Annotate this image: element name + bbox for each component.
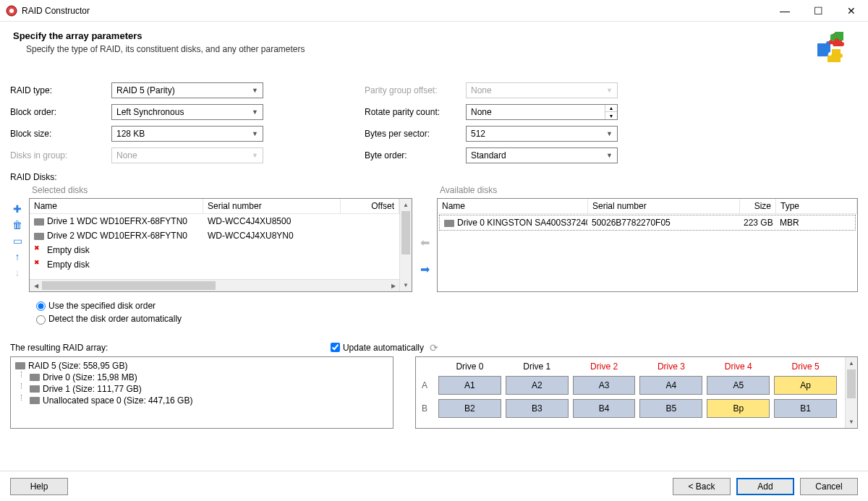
col-size[interactable]: Size [740, 199, 776, 213]
row-label: B [422, 399, 436, 418]
drive-icon [30, 397, 40, 404]
cancel-button[interactable]: Cancel [800, 478, 858, 495]
block-size-select[interactable]: 128 KB▼ [111, 126, 263, 142]
table-row[interactable]: Drive 2 WDC WD10EFRX-68FYTN0WD-WCC4J4XU8… [30, 228, 399, 243]
select-all-icon[interactable]: ▭ [11, 234, 24, 247]
chevron-down-icon: ▼ [606, 152, 613, 159]
row-label: A [422, 376, 436, 395]
svg-point-1 [9, 9, 14, 13]
block-cell: A4 [639, 376, 702, 395]
col-name[interactable]: Name [30, 199, 203, 213]
rotate-parity-spinner[interactable]: None▲▼ [466, 104, 618, 120]
block-cell: B2 [438, 399, 501, 418]
window-title: RAID Constructor [22, 6, 768, 16]
block-cell: A5 [707, 376, 770, 395]
available-disks-table[interactable]: Name Serial number Size Type Drive 0 KIN… [437, 198, 858, 292]
chevron-down-icon: ▼ [252, 108, 258, 116]
col-offset[interactable]: Offset [341, 199, 399, 213]
col-type[interactable]: Type [776, 199, 857, 213]
chevron-down-icon: ▼ [606, 87, 613, 94]
raid-type-label: RAID type: [10, 85, 111, 95]
disks-in-group-select: None▼ [111, 147, 263, 163]
chevron-down-icon: ▼ [252, 87, 258, 94]
byte-order-select[interactable]: Standard▼ [466, 147, 618, 163]
selected-disks-table[interactable]: Name Serial number Offset Drive 1 WDC WD… [29, 198, 412, 292]
add-disk-icon[interactable]: ✚ [11, 202, 24, 215]
drive-icon [30, 385, 40, 393]
byte-order-label: Byte order: [365, 150, 466, 160]
parity-offset-label: Parity group offset: [365, 85, 466, 95]
col-name[interactable]: Name [438, 199, 588, 213]
parity-offset-select: None▼ [466, 82, 618, 98]
chevron-down-icon: ▼ [252, 152, 258, 159]
maximize-button[interactable]: ☐ [801, 0, 835, 22]
radio-specified-order[interactable]: Use the specified disk order [36, 299, 858, 312]
table-row[interactable]: Empty disk [30, 257, 399, 272]
col-serial[interactable]: Serial number [588, 199, 740, 213]
result-label: The resulting RAID array: [10, 343, 108, 353]
block-cell: B1 [774, 399, 837, 418]
raid-type-select[interactable]: RAID 5 (Parity)▼ [111, 82, 263, 98]
update-auto-checkbox[interactable]: Update automatically⟳ [331, 342, 438, 354]
block-layout-grid: Drive 0 Drive 1 Drive 2 Drive 3 Drive 4 … [415, 356, 858, 429]
selected-disks-label: Selected disks [29, 184, 412, 198]
disks-in-group-label: Disks in group: [10, 150, 111, 160]
block-order-label: Block order: [10, 107, 111, 117]
block-size-label: Block size: [10, 129, 111, 139]
spin-down-icon[interactable]: ▼ [605, 112, 617, 119]
grid-head: Drive 2 [571, 361, 638, 372]
back-button[interactable]: < Back [673, 478, 731, 495]
raid-disks-label: RAID Disks: [0, 169, 868, 182]
block-cell: B5 [639, 399, 702, 418]
minimize-button[interactable]: — [768, 0, 801, 22]
block-cell: A3 [573, 376, 636, 395]
tree-node[interactable]: Unallocated space 0 (Size: 447,16 GB) [15, 395, 388, 406]
chevron-down-icon: ▼ [606, 130, 613, 137]
h-scrollbar[interactable]: ◀▶ [30, 279, 399, 291]
drive-icon [15, 362, 25, 369]
move-left-icon: ⬅ [420, 236, 430, 249]
block-cell: A1 [438, 376, 501, 395]
block-cell: A2 [506, 376, 569, 395]
bytes-sector-label: Bytes per sector: [365, 129, 466, 139]
bytes-sector-select[interactable]: 512▼ [466, 126, 618, 142]
side-toolbar: ✚ 🗑 ▭ ↑ ↓ [10, 184, 25, 292]
drive-icon [34, 218, 44, 226]
block-cell: B4 [573, 399, 636, 418]
result-tree[interactable]: RAID 5 (Size: 558,95 GB) Drive 0 (Size: … [10, 356, 393, 429]
grid-head: Drive 1 [503, 361, 571, 372]
drive-icon [34, 233, 44, 240]
table-row[interactable]: Empty disk [30, 243, 399, 257]
block-cell: B3 [506, 399, 569, 418]
table-row[interactable]: Drive 0 KINGSTON SA400S37240G50026B77822… [439, 215, 856, 231]
block-cell-parity: Bp [707, 399, 770, 418]
empty-icon [34, 260, 44, 267]
spin-up-icon[interactable]: ▲ [605, 105, 617, 112]
help-button[interactable]: Help [10, 478, 68, 495]
move-up-icon[interactable]: ↑ [11, 250, 24, 263]
delete-disk-icon[interactable]: 🗑 [11, 218, 24, 231]
v-scrollbar[interactable]: ▲▼ [399, 199, 412, 291]
v-scrollbar[interactable]: ▲▼ [845, 357, 857, 428]
block-cell-parity: Ap [774, 376, 837, 395]
add-button[interactable]: Add [736, 478, 794, 495]
refresh-icon[interactable]: ⟳ [430, 342, 438, 354]
move-right-icon[interactable]: ➡ [420, 262, 430, 276]
rotate-parity-label: Rotate parity count: [365, 107, 466, 117]
close-button[interactable]: ✕ [835, 0, 868, 22]
page-header: Specify the array parameters Specify the… [0, 22, 868, 71]
empty-icon [34, 246, 44, 253]
col-serial[interactable]: Serial number [203, 199, 341, 213]
table-row[interactable]: Drive 1 WDC WD10EFRX-68FYTN0WD-WCC4J4XU8… [30, 214, 399, 228]
tree-root[interactable]: RAID 5 (Size: 558,95 GB) [15, 360, 388, 372]
app-icon [6, 5, 17, 17]
tree-node[interactable]: Drive 1 (Size: 111,77 GB) [15, 383, 388, 395]
grid-head: Drive 5 [772, 361, 839, 372]
tree-node[interactable]: Drive 0 (Size: 15,98 MB) [15, 372, 388, 383]
page-subtitle: Specify the type of RAID, its constituen… [13, 44, 813, 54]
block-order-select[interactable]: Left Synchronous▼ [111, 104, 263, 120]
drive-icon [444, 220, 454, 227]
radio-detect-order[interactable]: Detect the disk order automatically [36, 312, 858, 325]
grid-head: Drive 3 [637, 361, 705, 372]
grid-head: Drive 4 [705, 361, 772, 372]
